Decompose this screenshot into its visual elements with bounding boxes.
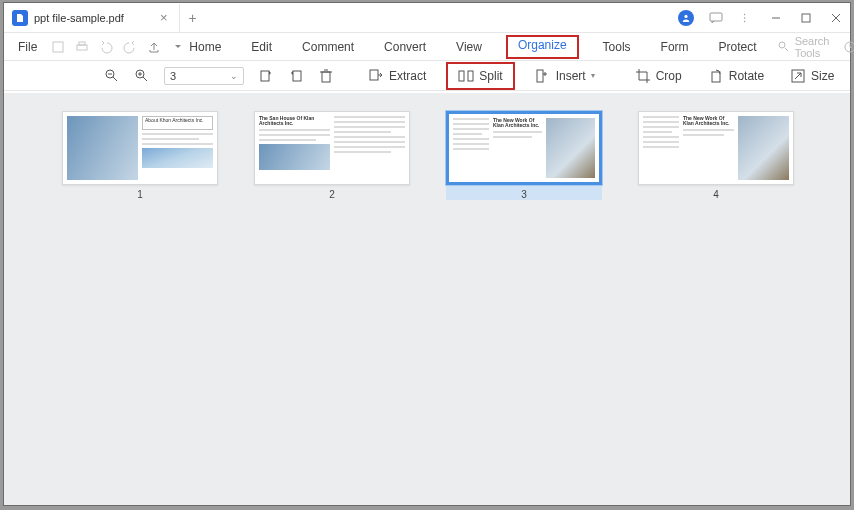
svg-point-4 — [744, 20, 745, 21]
search-placeholder: Search Tools — [795, 35, 830, 59]
save-icon[interactable] — [51, 40, 65, 54]
menu-home[interactable]: Home — [185, 38, 225, 56]
svg-rect-11 — [79, 42, 85, 45]
svg-rect-30 — [537, 70, 543, 82]
crop-label: Crop — [656, 69, 682, 83]
organize-toolbar: 3⌄ Extract Split Insert ▾ Crop Rotat — [4, 61, 850, 91]
page-thumbnails-area: About Khon Architects Inc. 1 The San Hou… — [4, 93, 850, 505]
thumb-number: 1 — [137, 189, 143, 200]
svg-line-16 — [113, 77, 117, 81]
svg-point-2 — [744, 13, 745, 14]
svg-rect-27 — [370, 70, 378, 80]
minimize-button[interactable] — [768, 10, 784, 26]
thumb-heading: About Khon Architects Inc. — [142, 116, 213, 130]
maximize-button[interactable] — [798, 10, 814, 26]
undo-icon[interactable] — [99, 40, 113, 54]
size-icon — [790, 68, 806, 84]
svg-rect-10 — [77, 45, 87, 50]
extract-label: Extract — [389, 69, 426, 83]
user-avatar-icon[interactable] — [678, 10, 694, 26]
tab-close-icon[interactable]: × — [160, 10, 168, 25]
svg-rect-31 — [712, 72, 720, 82]
thumb-heading: The San House Of Klan Architects Inc. — [259, 116, 330, 126]
menu-protect[interactable]: Protect — [715, 38, 761, 56]
page-thumb-1[interactable]: About Khon Architects Inc. 1 — [62, 111, 218, 200]
svg-line-13 — [785, 48, 788, 51]
svg-rect-22 — [261, 71, 269, 81]
svg-rect-23 — [293, 71, 301, 81]
app-icon — [12, 10, 28, 26]
thumb-number: 4 — [713, 189, 719, 200]
search-tools[interactable]: Search Tools — [777, 35, 830, 59]
zoom-out-icon[interactable] — [104, 68, 120, 84]
svg-rect-28 — [459, 71, 464, 81]
crop-icon — [635, 68, 651, 84]
size-label: Size — [811, 69, 834, 83]
svg-rect-24 — [322, 72, 330, 82]
close-button[interactable] — [828, 10, 844, 26]
extract-icon — [368, 68, 384, 84]
svg-rect-29 — [468, 71, 473, 81]
split-icon — [458, 68, 474, 84]
chevron-down-icon: ⌄ — [230, 71, 238, 81]
tab-title: ppt file-sample.pdf — [34, 12, 124, 24]
split-button[interactable]: Split — [452, 65, 508, 87]
svg-rect-6 — [802, 14, 810, 22]
delete-icon[interactable] — [318, 68, 334, 84]
menu-view[interactable]: View — [452, 38, 486, 56]
thumb-number: 3 — [446, 189, 602, 200]
dropdown-icon[interactable] — [171, 40, 185, 54]
page-thumb-3[interactable]: The New Work Of Klan Architects Inc. 3 — [446, 111, 602, 200]
titlebar: ppt file-sample.pdf × + — [4, 3, 850, 33]
menubar: File Home Edit Comment Convert View Orga… — [4, 33, 850, 61]
redo-icon[interactable] — [123, 40, 137, 54]
menu-convert[interactable]: Convert — [380, 38, 430, 56]
rotate-right-icon[interactable] — [288, 68, 304, 84]
print-icon[interactable] — [75, 40, 89, 54]
svg-point-0 — [684, 14, 687, 17]
menu-edit[interactable]: Edit — [247, 38, 276, 56]
document-tab[interactable]: ppt file-sample.pdf × — [4, 4, 180, 32]
menu-organize[interactable]: Organize — [514, 36, 571, 54]
kebab-menu-icon[interactable] — [738, 10, 754, 26]
svg-point-14 — [845, 42, 854, 52]
svg-rect-1 — [710, 13, 722, 21]
chevron-down-icon: ▾ — [591, 71, 595, 80]
menu-form[interactable]: Form — [657, 38, 693, 56]
share-icon[interactable] — [147, 40, 161, 54]
svg-point-3 — [744, 17, 745, 18]
page-number-input[interactable]: 3⌄ — [164, 67, 244, 85]
thumb-heading: The New Work Of Klan Architects Inc. — [493, 118, 542, 128]
rotate-icon — [708, 68, 724, 84]
quick-actions — [51, 40, 185, 54]
svg-line-19 — [143, 77, 147, 81]
menu-tools[interactable]: Tools — [599, 38, 635, 56]
insert-button[interactable]: Insert ▾ — [529, 65, 601, 87]
clock-icon[interactable] — [843, 40, 854, 54]
new-tab-button[interactable]: + — [180, 10, 204, 26]
chat-icon[interactable] — [708, 10, 724, 26]
size-button[interactable]: Size — [784, 65, 840, 87]
app-window: ppt file-sample.pdf × + — [3, 2, 851, 506]
window-controls — [678, 10, 844, 26]
page-number-value: 3 — [170, 70, 176, 82]
svg-point-12 — [779, 42, 785, 48]
page-thumb-2[interactable]: The San House Of Klan Architects Inc. 2 — [254, 111, 410, 200]
thumb-heading: The New Work Of Klan Architects Inc. — [683, 116, 734, 126]
rotate-label: Rotate — [729, 69, 764, 83]
rotate-button[interactable]: Rotate — [702, 65, 770, 87]
file-menu[interactable]: File — [14, 38, 41, 56]
page-thumb-4[interactable]: The New Work Of Klan Architects Inc. 4 — [638, 111, 794, 200]
svg-rect-9 — [53, 42, 63, 52]
rotate-left-icon[interactable] — [258, 68, 274, 84]
split-label: Split — [479, 69, 502, 83]
search-icon — [777, 40, 789, 54]
thumb-number: 2 — [329, 189, 335, 200]
zoom-in-icon[interactable] — [134, 68, 150, 84]
extract-button[interactable]: Extract — [362, 65, 432, 87]
insert-icon — [535, 68, 551, 84]
insert-label: Insert — [556, 69, 586, 83]
crop-button[interactable]: Crop — [629, 65, 688, 87]
menu-comment[interactable]: Comment — [298, 38, 358, 56]
